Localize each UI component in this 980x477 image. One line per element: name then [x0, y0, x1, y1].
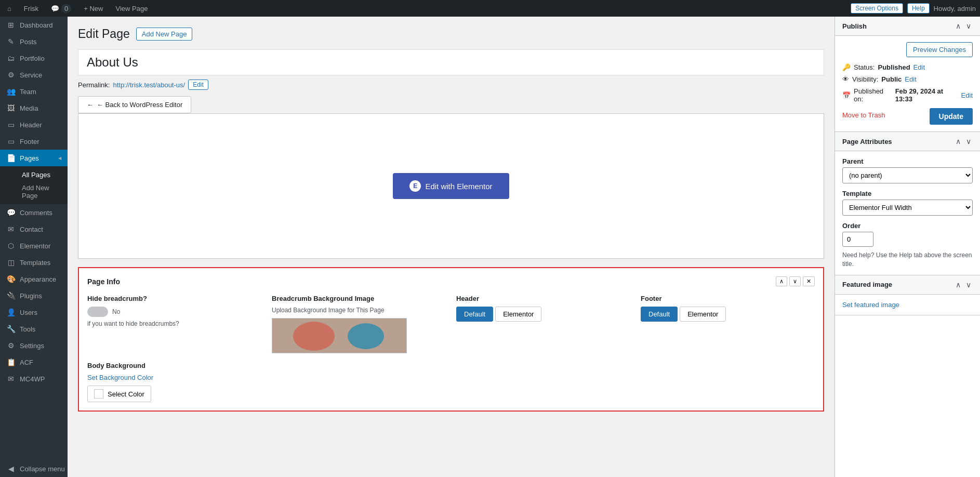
svg-rect-6	[288, 343, 392, 347]
sidebar-item-label: Appearance	[20, 275, 56, 283]
featured-img-controls: ∧ ∨	[954, 281, 973, 289]
sidebar-item-contact[interactable]: ✉ Contact	[0, 221, 68, 237]
sidebar-item-comments[interactable]: 💬 Comments	[0, 204, 68, 221]
header-default-btn[interactable]: Default	[456, 307, 493, 322]
settings-icon: ⚙	[6, 341, 16, 350]
bg-image-thumbnail[interactable]	[272, 318, 407, 353]
mc4wp-icon: ✉	[6, 375, 16, 383]
sidebar-item-templates[interactable]: ◫ Templates	[0, 254, 68, 271]
visibility-edit-link[interactable]: Edit	[905, 75, 916, 83]
featured-img-up-btn[interactable]: ∧	[954, 281, 962, 289]
tools-icon: 🔧	[6, 325, 16, 333]
toolbar-site-icon[interactable]: ⌂	[4, 0, 15, 17]
view-page-label: View Page	[115, 5, 148, 12]
publish-actions: Move to Trash Update	[842, 107, 973, 125]
page-info-collapse-up-btn[interactable]: ∧	[776, 276, 787, 286]
sidebar-item-team[interactable]: 👥 Team	[0, 83, 68, 100]
footer-icon: ▭	[6, 137, 16, 145]
collapse-menu-btn[interactable]: ◀ Collapse menu	[0, 460, 68, 477]
screen-options-btn[interactable]: Screen Options	[851, 3, 903, 14]
header-elementor-btn[interactable]: Elementor	[495, 307, 541, 322]
status-value: Published	[878, 63, 910, 71]
order-label: Order	[842, 222, 973, 230]
sidebar-item-posts[interactable]: ✎ Posts	[0, 33, 68, 50]
sidebar-item-mc4wp[interactable]: ✉ MC4WP	[0, 370, 68, 387]
sidebar-item-label: Posts	[20, 38, 37, 46]
sidebar-item-label: Elementor	[20, 242, 50, 250]
sidebar-sub-all-pages[interactable]: All Pages	[16, 168, 68, 181]
page-info-close-btn[interactable]: ✕	[803, 276, 815, 286]
page-title-input[interactable]	[78, 49, 824, 75]
page-attributes-header[interactable]: Page Attributes ∧ ∨	[835, 132, 980, 151]
sidebar-item-label: MC4WP	[20, 375, 45, 383]
elementor-nav-icon: ⬡	[6, 242, 16, 250]
published-edit-link[interactable]: Edit	[961, 91, 973, 99]
status-edit-link[interactable]: Edit	[913, 63, 925, 71]
page-attr-down-btn[interactable]: ∨	[964, 137, 973, 145]
parent-select[interactable]: (no parent)	[842, 167, 973, 183]
posts-icon: ✎	[6, 37, 16, 46]
page-info-box: Page Info ∧ ∨ ✕ Hide breadcrumb? No if y…	[78, 267, 824, 412]
template-select[interactable]: Elementor Full Width	[842, 200, 973, 216]
sidebar-item-plugins[interactable]: 🔌 Plugins	[0, 287, 68, 304]
back-arrow-icon: ←	[87, 101, 94, 109]
sidebar-item-settings[interactable]: ⚙ Settings	[0, 337, 68, 354]
publish-collapse-down-btn[interactable]: ∨	[964, 22, 973, 30]
sidebar-item-dashboard[interactable]: ⊞ Dashboard	[0, 17, 68, 33]
toolbar-view-page[interactable]: View Page	[112, 0, 151, 17]
featured-img-down-btn[interactable]: ∨	[964, 281, 973, 289]
sidebar-item-tools[interactable]: 🔧 Tools	[0, 321, 68, 337]
comments-count: 0	[61, 4, 71, 13]
footer-label: Footer	[641, 295, 815, 302]
sidebar-item-header[interactable]: ▭ Header	[0, 116, 68, 133]
sidebar-item-service[interactable]: ⚙ Service	[0, 67, 68, 83]
toolbar-site-name[interactable]: Frisk	[21, 0, 42, 17]
body-bg-label: Body Background	[87, 362, 815, 369]
sidebar-item-media[interactable]: 🖼 Media	[0, 100, 68, 116]
add-new-page-btn[interactable]: Add New Page	[136, 28, 193, 41]
sidebar-item-label: Templates	[20, 259, 50, 267]
help-btn[interactable]: Help	[907, 3, 930, 14]
featured-image-header[interactable]: Featured image ∧ ∨	[835, 275, 980, 295]
toolbar-comments[interactable]: 💬 0	[48, 0, 74, 17]
page-info-collapse-down-btn[interactable]: ∨	[789, 276, 801, 286]
order-input[interactable]	[842, 232, 873, 247]
back-to-wp-editor-btn[interactable]: ← ← Back to WordPress Editor	[78, 96, 191, 113]
breadcrumb-toggle-switch[interactable]	[87, 307, 108, 317]
template-label: Template	[842, 190, 973, 197]
comments-icon: 💬	[51, 5, 59, 12]
toolbar-new[interactable]: + New	[81, 0, 106, 17]
update-btn[interactable]: Update	[930, 108, 973, 125]
howdy-label: Howdy, admin	[934, 5, 976, 12]
move-to-trash-link[interactable]: Move to Trash	[842, 111, 885, 119]
sidebar-sub-add-new[interactable]: Add New Page	[16, 181, 68, 202]
set-bg-color-link[interactable]: Set Background Color	[87, 374, 815, 381]
comments-nav-icon: 💬	[6, 208, 16, 217]
permalink-url[interactable]: http://trisk.test/about-us/	[113, 81, 185, 89]
visibility-label: Visibility:	[852, 75, 878, 83]
bg-image-sub: Upload Background Image for This Page	[272, 307, 446, 314]
footer-default-btn[interactable]: Default	[641, 307, 678, 322]
edit-with-elementor-btn[interactable]: E Edit with Elementor	[393, 173, 509, 199]
sidebar-item-pages[interactable]: 📄 Pages	[0, 150, 68, 166]
page-attr-up-btn[interactable]: ∧	[954, 137, 962, 145]
sidebar-item-elementor[interactable]: ⬡ Elementor	[0, 237, 68, 254]
sidebar-item-portfolio[interactable]: 🗂 Portfolio	[0, 50, 68, 67]
edit-page-header: Edit Page Add New Page	[78, 27, 824, 41]
publish-collapse-up-btn[interactable]: ∧	[954, 22, 962, 30]
sidebar-item-users[interactable]: 👤 Users	[0, 304, 68, 321]
edit-permalink-btn[interactable]: Edit	[188, 80, 208, 90]
sidebar-item-appearance[interactable]: 🎨 Appearance	[0, 271, 68, 287]
set-featured-image-link[interactable]: Set featured image	[842, 301, 899, 309]
breadcrumb-desc: if you want to hide breadcrumbs?	[87, 320, 261, 327]
page-attr-controls: ∧ ∨	[954, 137, 973, 145]
select-color-btn[interactable]: Select Color	[87, 386, 151, 402]
footer-section: Footer Default Elementor	[641, 295, 815, 353]
sidebar-item-acf[interactable]: 📋 ACF	[0, 354, 68, 370]
permalink-label: Permalink:	[78, 81, 110, 89]
bg-image-label: Breadcrumb Background Image	[272, 295, 446, 302]
footer-elementor-btn[interactable]: Elementor	[680, 307, 726, 322]
sidebar-item-footer[interactable]: ▭ Footer	[0, 133, 68, 150]
preview-changes-btn[interactable]: Preview Changes	[906, 42, 973, 57]
publish-box-header[interactable]: Publish ∧ ∨	[835, 17, 980, 36]
